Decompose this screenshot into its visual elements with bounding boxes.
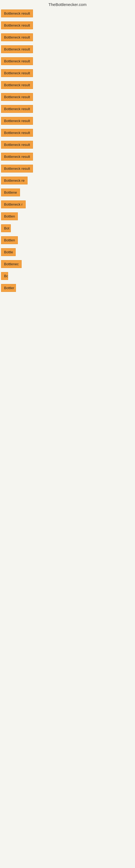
list-item: Bottle xyxy=(0,247,135,258)
list-item: Bo xyxy=(0,271,135,282)
bottleneck-result-badge[interactable]: Bottleneck result xyxy=(1,69,33,77)
bottleneck-result-badge[interactable]: Bottleneck result xyxy=(1,117,33,125)
list-item: Bottleneck result xyxy=(0,67,135,79)
list-item: Bottleneck result xyxy=(0,32,135,43)
bottleneck-result-badge[interactable]: Bottleneck result xyxy=(1,81,33,89)
bottleneck-result-badge[interactable]: Bottlenec xyxy=(1,260,21,268)
list-item: Bottlen xyxy=(0,211,135,222)
list-item: Bottleneck result xyxy=(0,44,135,55)
bottleneck-result-badge[interactable]: Bottler xyxy=(1,284,16,292)
list-item: Bottleneck result xyxy=(0,91,135,103)
bottleneck-result-badge[interactable]: Bottleneck result xyxy=(1,129,33,137)
bottleneck-result-badge[interactable]: Bottle xyxy=(1,248,16,256)
bottleneck-result-badge[interactable]: Bottleneck result xyxy=(1,141,33,149)
list-item: Bottleneck r xyxy=(0,199,135,210)
bottleneck-result-badge[interactable]: Bottleneck re xyxy=(1,177,28,184)
bottleneck-result-badge[interactable]: Bottleneck result xyxy=(1,93,33,101)
bottleneck-result-badge[interactable]: Bottlene xyxy=(1,188,20,196)
list-item: Bottleneck result xyxy=(0,20,135,31)
list-item: Bottleneck re xyxy=(0,175,135,186)
bottleneck-result-badge[interactable]: Bottlen xyxy=(1,212,18,220)
bottleneck-result-badge[interactable]: Bottleneck result xyxy=(1,9,33,18)
list-item: Bottlene xyxy=(0,187,135,198)
list-item: Bot xyxy=(0,223,135,234)
bottleneck-result-badge[interactable]: Bot xyxy=(1,224,11,232)
bottleneck-result-badge[interactable]: Bottleneck result xyxy=(1,153,33,161)
list-item: Bottleneck result xyxy=(0,139,135,151)
list-item: Bottleneck result xyxy=(0,127,135,138)
bottleneck-result-badge[interactable]: Bottlen xyxy=(1,236,18,244)
list-item: Bottleneck result xyxy=(0,151,135,162)
list-item: Bottleneck result xyxy=(0,115,135,127)
bottleneck-result-badge[interactable]: Bottleneck result xyxy=(1,57,33,65)
list-item: Bottleneck result xyxy=(0,80,135,91)
list-item: Bottler xyxy=(0,282,135,294)
list-item: Bottleneck result xyxy=(0,163,135,175)
list-item: Bottleneck result xyxy=(0,103,135,115)
bottleneck-result-badge[interactable]: Bottleneck r xyxy=(1,200,26,208)
bottleneck-result-badge[interactable]: Bottleneck result xyxy=(1,165,33,173)
list-item: Bottleneck result xyxy=(0,8,135,19)
bottleneck-result-badge[interactable]: Bottleneck result xyxy=(1,45,33,53)
bottleneck-result-badge[interactable]: Bo xyxy=(1,272,8,280)
bottleneck-result-badge[interactable]: Bottleneck result xyxy=(1,33,33,41)
bottleneck-result-badge[interactable]: Bottleneck result xyxy=(1,22,33,29)
list-item: Bottlen xyxy=(0,235,135,246)
list-item: Bottlenec xyxy=(0,258,135,270)
bottleneck-result-badge[interactable]: Bottleneck result xyxy=(1,105,33,113)
list-item: Bottleneck result xyxy=(0,56,135,67)
site-header: TheBottlenecker.com xyxy=(0,0,135,8)
